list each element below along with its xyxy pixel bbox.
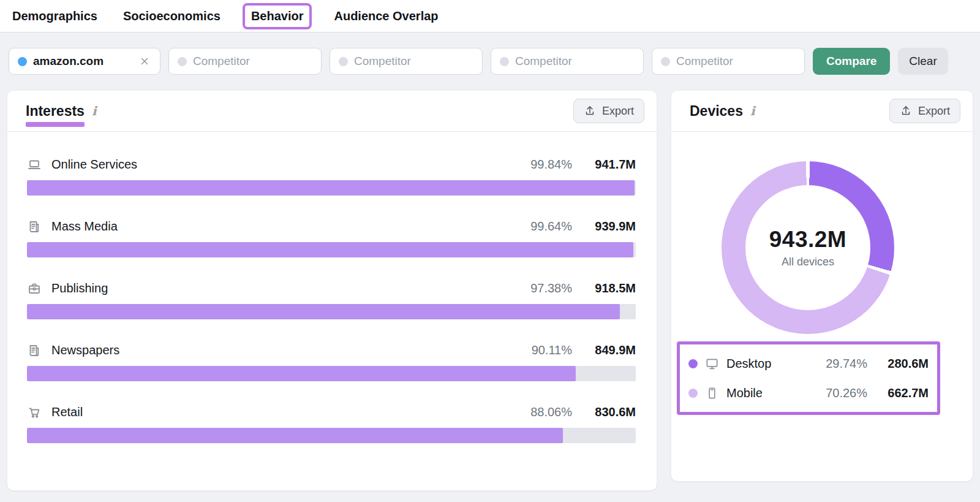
filter-row: amazon.com Compare Clear (9, 48, 971, 75)
interest-bar-track (27, 428, 636, 443)
legend-percent: 29.74% (826, 357, 867, 371)
competitor-input-3[interactable] (491, 48, 644, 75)
interest-label: Online Services (51, 158, 137, 172)
interest-percent: 99.64% (530, 219, 572, 234)
interest-percent: 97.38% (530, 281, 572, 295)
devices-title: Devices (690, 103, 743, 120)
competitor-color-dot (339, 57, 348, 66)
interest-value: 849.9M (583, 343, 636, 357)
interest-percent: 88.06% (530, 405, 572, 419)
interests-list: Online Services 99.84% 941.7M Mass Media… (7, 132, 657, 443)
interest-label: Newspapers (51, 343, 119, 357)
export-icon (584, 105, 596, 117)
tab-socioeconomics[interactable]: Socioeconomics (119, 3, 224, 29)
export-icon (900, 105, 912, 117)
interest-row-retail: Retail 88.06% 830.6M (27, 404, 636, 443)
legend-percent: 70.26% (826, 386, 867, 400)
desktop-legend-dot (688, 359, 698, 368)
tab-behavior[interactable]: Behavior (243, 3, 312, 29)
interest-bar-fill (27, 366, 576, 381)
donut-center: 943.2M All devices (745, 185, 870, 310)
legend-row-desktop[interactable]: Desktop 29.74% 280.6M (688, 349, 929, 378)
main-domain-input[interactable]: amazon.com (9, 48, 160, 75)
interest-row-mass-media: Mass Media 99.64% 939.9M (27, 218, 636, 257)
legend-label: Mobile (726, 386, 763, 400)
laptop-icon (27, 158, 42, 172)
interests-header: Interests i Export (7, 91, 657, 132)
devices-export-button[interactable]: Export (889, 99, 960, 123)
competitor-input-4[interactable] (652, 48, 805, 75)
info-icon[interactable]: i (750, 104, 755, 118)
interest-row-publishing: Publishing 97.38% 918.5M (27, 280, 636, 319)
interest-value: 941.7M (583, 158, 636, 172)
domain-color-dot (18, 57, 27, 66)
legend-row-mobile[interactable]: Mobile 70.26% 662.7M (688, 378, 929, 408)
clear-button[interactable]: Clear (898, 48, 948, 75)
interest-row-newspapers: Newspapers 90.11% 849.9M (27, 342, 636, 381)
interest-bar-track (27, 242, 636, 257)
clear-domain-icon[interactable] (138, 55, 151, 68)
interest-row-online-services: Online Services 99.84% 941.7M (27, 156, 636, 196)
interest-label: Publishing (51, 281, 108, 295)
mobile-icon (705, 386, 719, 400)
interests-card: Interests i Export Online Services 99.84… (7, 91, 657, 490)
devices-legend-highlight-box: Desktop 29.74% 280.6M Mobile 70.26% 662.… (677, 341, 940, 415)
devices-header: Devices i Export (671, 91, 973, 132)
competitor-input-2[interactable] (330, 48, 483, 75)
briefcase-icon (27, 281, 42, 296)
competitor-field-3[interactable] (515, 55, 635, 68)
interest-bar-fill (27, 242, 633, 257)
interest-bar-fill (27, 180, 635, 196)
legend-label: Desktop (726, 357, 771, 371)
competitor-color-dot (178, 57, 187, 66)
legend-value: 280.6M (877, 357, 929, 371)
info-icon[interactable]: i (92, 104, 97, 118)
interests-title: Interests (26, 103, 85, 120)
interests-title-highlight (26, 122, 85, 127)
devices-card: Devices i Export 943.2M All devices (671, 91, 973, 481)
competitor-field-4[interactable] (676, 55, 796, 68)
newspaper-icon (27, 343, 42, 358)
interest-percent: 99.84% (530, 158, 572, 172)
competitor-color-dot (661, 57, 670, 66)
main-content: Interests i Export Online Services 99.84… (7, 91, 973, 490)
competitor-color-dot (500, 57, 509, 66)
devices-donut[interactable]: 943.2M All devices (722, 161, 894, 334)
interest-bar-fill (27, 428, 563, 443)
cart-icon (27, 405, 42, 420)
interest-bar-track (27, 304, 636, 319)
legend-value: 662.7M (877, 386, 929, 400)
compare-button[interactable]: Compare (813, 48, 890, 75)
tab-audience-overlap[interactable]: Audience Overlap (330, 3, 442, 29)
mobile-legend-dot (688, 389, 698, 398)
interest-value: 830.6M (583, 405, 636, 419)
donut-total-value: 943.2M (769, 227, 846, 253)
competitor-field-2[interactable] (354, 55, 473, 68)
donut-total-label: All devices (782, 256, 834, 268)
interest-value: 939.9M (583, 219, 636, 234)
tab-demographics[interactable]: Demographics (9, 3, 101, 29)
interest-label: Retail (51, 405, 83, 419)
desktop-icon (705, 357, 719, 371)
interest-bar-track (27, 366, 636, 381)
main-domain-value: amazon.com (33, 55, 132, 68)
interest-value: 918.5M (583, 281, 636, 295)
interest-percent: 90.11% (532, 343, 572, 357)
competitor-input-1[interactable] (168, 48, 322, 75)
interest-bar-fill (27, 304, 620, 319)
interests-export-button[interactable]: Export (573, 99, 644, 123)
newspaper-icon (27, 219, 42, 234)
competitor-field-1[interactable] (193, 55, 312, 68)
interest-label: Mass Media (51, 219, 118, 234)
tab-bar: Demographics Socioeconomics Behavior Aud… (0, 0, 980, 32)
interest-bar-track (27, 180, 636, 196)
